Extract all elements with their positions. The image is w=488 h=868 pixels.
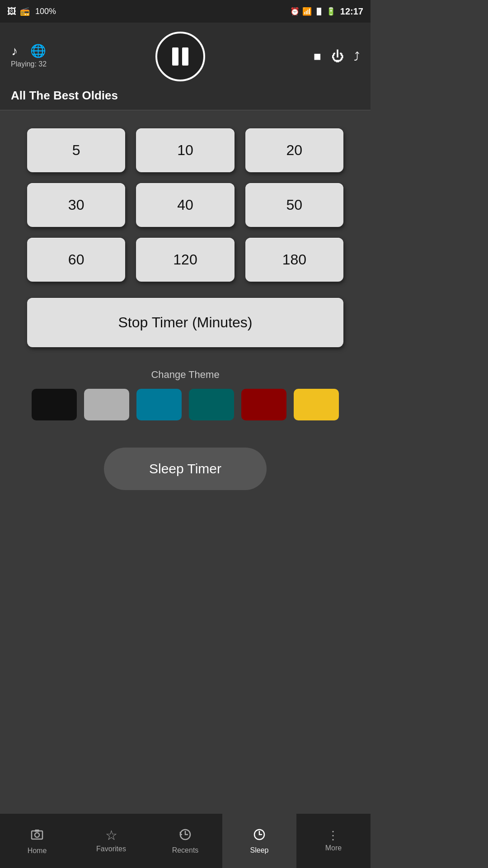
star-icon: ☆ bbox=[105, 829, 117, 842]
timer-50-button[interactable]: 50 bbox=[245, 183, 343, 227]
sleep-timer-container: Sleep Timer bbox=[27, 448, 343, 490]
svg-rect-0 bbox=[32, 831, 42, 839]
timer-40-button[interactable]: 40 bbox=[136, 183, 234, 227]
nav-more-label: More bbox=[325, 844, 342, 852]
theme-label: Change Theme bbox=[27, 369, 343, 381]
timer-5-button[interactable]: 5 bbox=[27, 128, 125, 172]
battery-pct: 100% bbox=[35, 7, 56, 16]
station-title: All The Best Oldies bbox=[11, 89, 360, 103]
nav-more[interactable]: ⋮ More bbox=[296, 814, 371, 868]
signal-icon: ▐▌ bbox=[314, 8, 324, 15]
theme-teal[interactable] bbox=[136, 389, 182, 420]
sleep-timer-button[interactable]: Sleep Timer bbox=[104, 448, 267, 490]
timer-10-button[interactable]: 10 bbox=[136, 128, 234, 172]
playing-label: Playing: 32 bbox=[11, 60, 47, 68]
nav-sleep-label: Sleep bbox=[250, 846, 269, 854]
timer-grid: 5 10 20 30 40 50 60 120 180 bbox=[27, 128, 343, 282]
nav-home[interactable]: Home bbox=[0, 814, 74, 868]
theme-black[interactable] bbox=[32, 389, 77, 420]
nav-home-label: Home bbox=[28, 847, 47, 855]
status-bar: 🖼 📻 100% ⏰ 📶 ▐▌ 🔋 12:17 bbox=[0, 0, 371, 23]
alarm-icon: ⏰ bbox=[290, 7, 300, 16]
wifi-icon: 📶 bbox=[302, 7, 312, 16]
nav-recents-label: Recents bbox=[172, 846, 199, 854]
theme-gray[interactable] bbox=[84, 389, 129, 420]
theme-red[interactable] bbox=[241, 389, 286, 420]
clock-icon bbox=[253, 828, 266, 844]
photo-icon: 🖼 bbox=[7, 6, 16, 17]
svg-rect-2 bbox=[35, 830, 39, 832]
history-icon bbox=[178, 828, 192, 844]
stop-timer-button[interactable]: Stop Timer (Minutes) bbox=[27, 298, 343, 347]
home-icon bbox=[30, 827, 44, 844]
bottom-nav: Home ☆ Favorites Recents Sleep ⋮ More bbox=[0, 814, 371, 868]
pause-bar-left bbox=[172, 47, 178, 66]
player-left: ♪ 🌐 Playing: 32 bbox=[11, 45, 47, 68]
timer-120-button[interactable]: 120 bbox=[136, 238, 234, 282]
music-note-button[interactable]: ♪ bbox=[11, 45, 18, 57]
player-header: ♪ 🌐 Playing: 32 ■ ⏻ ⤴ All The Best Oldie… bbox=[0, 23, 371, 110]
radio-icon: 📻 bbox=[20, 6, 30, 16]
time-display: 12:17 bbox=[340, 6, 363, 17]
main-content: 5 10 20 30 40 50 60 120 180 Stop Timer (… bbox=[0, 110, 371, 499]
pause-bar-right bbox=[182, 47, 188, 66]
timer-30-button[interactable]: 30 bbox=[27, 183, 125, 227]
player-right: ■ ⏻ ⤴ bbox=[314, 50, 360, 63]
theme-colors bbox=[27, 389, 343, 420]
pause-button[interactable] bbox=[155, 32, 205, 81]
theme-dark-teal[interactable] bbox=[189, 389, 234, 420]
battery-icon: 🔋 bbox=[326, 7, 336, 16]
status-right: ⏰ 📶 ▐▌ 🔋 12:17 bbox=[290, 6, 363, 17]
share-button[interactable]: ⤴ bbox=[354, 51, 360, 62]
power-button[interactable]: ⏻ bbox=[331, 50, 344, 63]
nav-favorites[interactable]: ☆ Favorites bbox=[74, 814, 148, 868]
globe-button[interactable]: 🌐 bbox=[30, 45, 46, 57]
timer-180-button[interactable]: 180 bbox=[245, 238, 343, 282]
svg-point-1 bbox=[35, 833, 39, 837]
timer-60-button[interactable]: 60 bbox=[27, 238, 125, 282]
nav-sleep[interactable]: Sleep bbox=[222, 814, 296, 868]
status-left: 🖼 📻 100% bbox=[7, 6, 56, 17]
nav-favorites-label: Favorites bbox=[96, 845, 126, 853]
nav-recents[interactable]: Recents bbox=[148, 814, 222, 868]
theme-section: Change Theme bbox=[27, 369, 343, 420]
pause-icon bbox=[172, 47, 188, 66]
theme-yellow[interactable] bbox=[294, 389, 339, 420]
player-left-icons: ♪ 🌐 bbox=[11, 45, 46, 57]
timer-20-button[interactable]: 20 bbox=[245, 128, 343, 172]
stop-button[interactable]: ■ bbox=[314, 50, 321, 63]
more-icon: ⋮ bbox=[327, 830, 340, 841]
player-controls-row: ♪ 🌐 Playing: 32 ■ ⏻ ⤴ bbox=[11, 32, 360, 81]
